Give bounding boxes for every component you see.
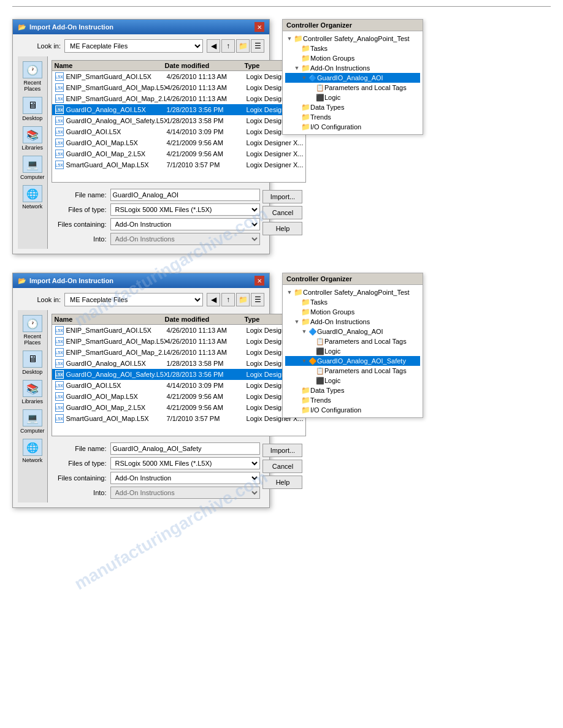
file-row[interactable]: L5X GuardIO_AOI.L5X 4/14/2010 3:09 PM Lo… [52, 380, 306, 391]
file-row[interactable]: L5X GuardIO_AOI_Map.L5X 4/21/2009 9:56 A… [52, 391, 306, 402]
tree-item[interactable]: ▼🔷GuardIO_Analog_AOI📋Parameters and Loca… [285, 73, 420, 102]
sidebar-network-2[interactable]: 🌐 Network [22, 439, 42, 463]
tree-item[interactable]: ▼🔷GuardIO_Analog_AOI📋Parameters and Loca… [285, 327, 420, 356]
form-dropdown-2[interactable]: Add-On Instruction [110, 218, 261, 230]
file-row[interactable]: L5X ENIP_SmartGuard_AOI.L5X 4/26/2010 11… [52, 325, 306, 336]
up-button-1[interactable]: ↑ [221, 39, 235, 53]
lookin-dropdown-1[interactable]: ME Faceplate Files [64, 39, 203, 53]
form-input-0[interactable] [110, 442, 261, 455]
tree-item-row[interactable]: 📁Tasks [285, 44, 420, 53]
tree-item-row[interactable]: ▼📁Add-On Instructions [285, 317, 420, 327]
form-input-0[interactable] [110, 189, 261, 201]
tree-item-row[interactable]: 📁I/O Configuration [285, 405, 420, 415]
tree-item[interactable]: 📋Parameters and Local Tags [285, 83, 420, 93]
tree-item-row[interactable]: 📁Data Types [285, 102, 420, 112]
sidebar-libraries-1[interactable]: 📚 Libraries [22, 126, 44, 151]
tree-item-row[interactable]: 📋Parameters and Local Tags [285, 366, 420, 376]
tree-item-row[interactable]: ⬛Logic [285, 93, 420, 102]
action-btn-1[interactable]: Cancel [262, 460, 302, 473]
file-row[interactable]: L5X GuardIO_Analog_AOI.L5X 1/28/2013 3:5… [52, 104, 306, 115]
form-dropdown-1[interactable]: RSLogix 5000 XML Files (*.L5X) [110, 203, 261, 216]
tree-item[interactable]: ⬛Logic [285, 93, 420, 102]
action-btn-0[interactable]: Import... [262, 444, 302, 457]
tree-item[interactable]: 📁Data Types [285, 385, 420, 395]
tree-expander[interactable]: ▼ [300, 74, 308, 82]
tree-item[interactable]: 📁Tasks [285, 44, 420, 53]
sidebar-recent-2[interactable]: 🕐 Recent Places [20, 315, 45, 346]
tree-expander[interactable]: ▼ [300, 357, 308, 365]
tree-item[interactable]: 📁Tasks [285, 297, 420, 307]
sidebar-computer-1[interactable]: 💻 Computer [20, 156, 45, 180]
file-row[interactable]: L5X ENIP_SmartGuard_AOI_Map.L5X 4/26/201… [52, 336, 306, 347]
tree-expander[interactable]: ▼ [285, 34, 294, 43]
tree-item-row[interactable]: 📁I/O Configuration [285, 122, 420, 132]
file-row[interactable]: L5X GuardIO_Analog_AOI_Safety.L5X 1/28/2… [52, 115, 306, 126]
sidebar-recent-1[interactable]: 🕐 Recent Places [20, 61, 45, 92]
tree-item-row[interactable]: 📁Motion Groups [285, 307, 420, 317]
tree-item-row[interactable]: 📁Tasks [285, 297, 420, 307]
tree-expander[interactable]: ▼ [293, 317, 301, 326]
sidebar-libraries-2[interactable]: 📚 Libraries [22, 380, 44, 404]
back-button-1[interactable]: ◀ [207, 39, 220, 53]
tree-item[interactable]: 📁Motion Groups [285, 53, 420, 63]
action-btn-2[interactable]: Help [262, 476, 302, 489]
dialog-1-close-button[interactable]: ✕ [255, 22, 264, 32]
file-row[interactable]: L5X ENIP_SmartGuard_AOI_Map_2.L5X 4/26/2… [52, 347, 306, 358]
action-btn-1[interactable]: Cancel [262, 206, 302, 219]
dialog-2-close-button[interactable]: ✕ [255, 276, 264, 286]
form-dropdown-2[interactable]: Add-On Instruction [110, 472, 261, 484]
sidebar-desktop-1[interactable]: 🖥 Desktop [22, 97, 42, 121]
tree-item-row[interactable]: ⬛Logic [285, 376, 420, 385]
view-button-1[interactable]: ☰ [251, 39, 264, 53]
tree-item[interactable]: 📁Motion Groups [285, 307, 420, 317]
tree-expander[interactable]: ▼ [285, 288, 294, 297]
sidebar-desktop-2[interactable]: 🖥 Desktop [22, 351, 42, 375]
file-row[interactable]: L5X SmartGuard_AOI_Map.L5X 7/1/2010 3:57… [52, 159, 306, 170]
file-row[interactable]: L5X GuardIO_AOI.L5X 4/14/2010 3:09 PM Lo… [52, 126, 306, 137]
tree-item[interactable]: ▼📁Controller Safety_AnalogPoint_Test📁Tas… [285, 34, 420, 132]
tree-item[interactable]: 📁I/O Configuration [285, 122, 420, 132]
file-row[interactable]: L5X GuardIO_Analog_AOI.L5X 1/28/2013 3:5… [52, 358, 306, 369]
file-row[interactable]: L5X GuardIO_AOI_Map_2.L5X 4/21/2009 9:56… [52, 402, 306, 413]
tree-item-row[interactable]: 📁Motion Groups [285, 53, 420, 63]
tree-item[interactable]: ▼📁Add-On Instructions▼🔷GuardIO_Analog_AO… [285, 63, 420, 102]
file-row[interactable]: L5X GuardIO_AOI_Map_2.L5X 4/21/2009 9:56… [52, 148, 306, 159]
lookin-dropdown-2[interactable]: ME Faceplate Files [64, 293, 203, 306]
tree-item[interactable]: 📋Parameters and Local Tags [285, 336, 420, 346]
new-folder-button-1[interactable]: 📁 [236, 39, 250, 53]
tree-item-row[interactable]: ⬛Logic [285, 346, 420, 356]
tree-item-row[interactable]: ▼📁Add-On Instructions [285, 63, 420, 73]
tree-item-row[interactable]: 📁Trends [285, 112, 420, 122]
new-folder-button-2[interactable]: 📁 [236, 293, 250, 306]
tree-item[interactable]: 📁Trends [285, 395, 420, 405]
file-row[interactable]: L5X ENIP_SmartGuard_AOI_Map.L5X 4/26/201… [52, 82, 306, 93]
file-row[interactable]: L5X GuardIO_AOI_Map.L5X 4/21/2009 9:56 A… [52, 137, 306, 148]
tree-item-row[interactable]: 📋Parameters and Local Tags [285, 83, 420, 93]
tree-item-row[interactable]: ▼🔶GuardIO_Analog_AOI_Safety [285, 356, 420, 366]
back-button-2[interactable]: ◀ [207, 293, 220, 306]
sidebar-computer-2[interactable]: 💻 Computer [20, 409, 45, 434]
tree-item-row[interactable]: ▼📁Controller Safety_AnalogPoint_Test [285, 34, 420, 44]
tree-expander[interactable]: ▼ [293, 64, 301, 72]
tree-item-row[interactable]: 📁Trends [285, 395, 420, 405]
file-list-1[interactable]: Name Date modified Type L5X ENIP_SmartGu… [52, 60, 307, 183]
tree-item-row[interactable]: 📁Data Types [285, 385, 420, 395]
form-dropdown-1[interactable]: RSLogix 5000 XML Files (*.L5X) [110, 457, 261, 469]
tree-item[interactable]: ▼📁Controller Safety_AnalogPoint_Test📁Tas… [285, 287, 420, 415]
action-btn-0[interactable]: Import... [262, 190, 302, 203]
tree-item-row[interactable]: ▼📁Controller Safety_AnalogPoint_Test [285, 287, 420, 297]
file-row[interactable]: L5X SmartGuard_AOI_Map.L5X 7/1/2010 3:57… [52, 413, 306, 424]
action-btn-2[interactable]: Help [262, 222, 302, 235]
up-button-2[interactable]: ↑ [221, 293, 235, 306]
tree-item[interactable]: 📋Parameters and Local Tags [285, 366, 420, 376]
view-button-2[interactable]: ☰ [251, 293, 264, 306]
tree-item-row[interactable]: 📋Parameters and Local Tags [285, 336, 420, 346]
tree-item[interactable]: 📁Data Types [285, 102, 420, 112]
file-row[interactable]: L5X ENIP_SmartGuard_AOI.L5X 4/26/2010 11… [52, 71, 306, 82]
file-row[interactable]: L5X GuardIO_Analog_AOI_Safety.L5X 1/28/2… [52, 369, 306, 380]
tree-item-row[interactable]: ▼🔷GuardIO_Analog_AOI [285, 327, 420, 336]
tree-item[interactable]: 📁I/O Configuration [285, 405, 420, 415]
tree-item[interactable]: ▼📁Add-On Instructions▼🔷GuardIO_Analog_AO… [285, 317, 420, 385]
file-list-2[interactable]: Name Date modified Type L5X ENIP_SmartGu… [52, 314, 307, 436]
tree-item[interactable]: ⬛Logic [285, 346, 420, 356]
